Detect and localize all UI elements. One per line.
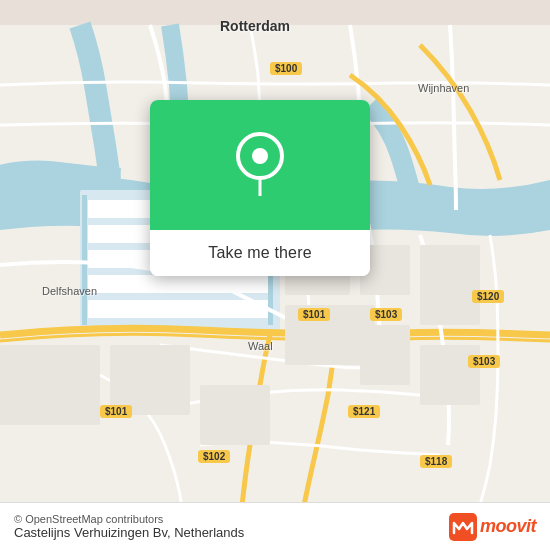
waal-label: Waal xyxy=(248,340,273,352)
popup-card: Take me there xyxy=(150,100,370,276)
route-label-100: $100 xyxy=(270,62,302,75)
svg-rect-13 xyxy=(420,245,480,325)
route-label-102: $102 xyxy=(198,450,230,463)
svg-rect-7 xyxy=(82,195,87,325)
route-label-103a: $103 xyxy=(370,308,402,321)
location-pin-svg xyxy=(230,128,290,203)
svg-rect-5 xyxy=(88,275,268,293)
svg-rect-16 xyxy=(0,345,100,425)
route-label-120: $120 xyxy=(472,290,504,303)
popup-green-area xyxy=(150,100,370,230)
svg-rect-6 xyxy=(88,300,268,318)
svg-rect-14 xyxy=(420,345,480,405)
route-label-121: $121 xyxy=(348,405,380,418)
bottom-bar: © OpenStreetMap contributors Castelijns … xyxy=(0,502,550,550)
route-label-101a: $101 xyxy=(298,308,330,321)
map-container: Rotterdam Delfshaven Waal Wijnhaven $100… xyxy=(0,0,550,550)
place-name: Castelijns Verhuizingen Bv, Netherlands xyxy=(14,525,244,540)
route-label-103b: $103 xyxy=(468,355,500,368)
moovit-text: moovit xyxy=(480,516,536,537)
take-me-there-button[interactable]: Take me there xyxy=(150,230,370,276)
svg-rect-18 xyxy=(200,385,270,445)
route-label-118: $118 xyxy=(420,455,452,468)
moovit-logo: moovit xyxy=(449,513,536,541)
route-label-101b: $101 xyxy=(100,405,132,418)
svg-point-20 xyxy=(252,148,268,164)
osm-copyright: © OpenStreetMap contributors xyxy=(14,513,449,525)
city-label: Rotterdam xyxy=(220,18,290,34)
moovit-icon xyxy=(449,513,477,541)
wijnhaven-label: Wijnhaven xyxy=(418,82,469,94)
delfshaven-label: Delfshaven xyxy=(42,285,97,297)
svg-rect-15 xyxy=(360,325,410,385)
